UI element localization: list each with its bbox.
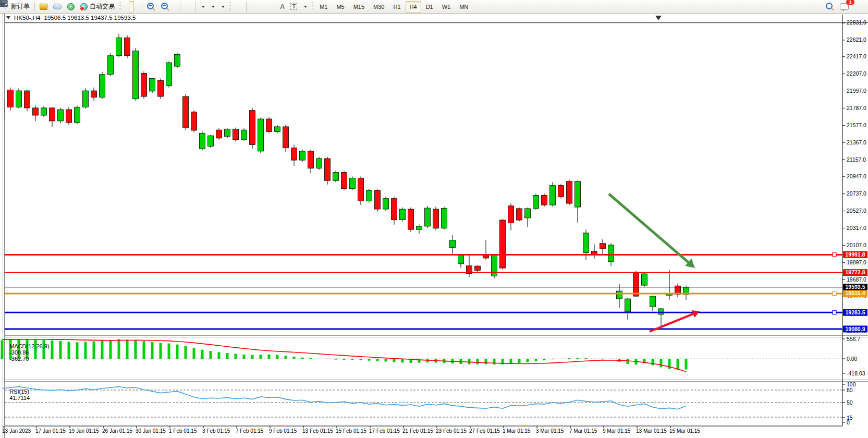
text-button[interactable]: A: [277, 1, 287, 13]
crosshair-button[interactable]: [239, 1, 244, 13]
svg-text:30 Jan 01:15: 30 Jan 01:15: [136, 428, 166, 434]
svg-text:19991.8: 19991.8: [846, 251, 865, 258]
cursor-button[interactable]: [233, 1, 238, 13]
toolbar-grip: [312, 2, 313, 11]
svg-text:21367.0: 21367.0: [847, 139, 866, 145]
timeframe-group: M1M5M15M30H1H4D1W1MN: [315, 1, 472, 13]
svg-text:19515.4: 19515.4: [846, 290, 865, 296]
svg-text:80: 80: [847, 387, 853, 393]
channel-button[interactable]: E: [266, 1, 271, 13]
rsi-name: RSI(15): [9, 388, 29, 395]
timeframe-M5[interactable]: M5: [332, 1, 348, 13]
terminal-button[interactable]: [65, 1, 77, 13]
svg-text:556.7: 556.7: [847, 336, 860, 342]
toolbar-grip: [229, 2, 231, 11]
timeframe-H1[interactable]: H1: [389, 1, 405, 13]
notifications-button[interactable]: 1: [837, 1, 851, 13]
timeframe-M30[interactable]: M30: [369, 1, 388, 13]
autotrading-label: 自动交易: [90, 2, 115, 11]
templates-button[interactable]: [218, 1, 227, 13]
horizontal-line-button[interactable]: [254, 1, 260, 13]
svg-text:20947.0: 20947.0: [847, 173, 866, 179]
svg-text:17 Jan 01:15: 17 Jan 01:15: [35, 428, 66, 434]
timeframe-D1[interactable]: D1: [422, 1, 437, 13]
new-order-label: 新订单: [11, 2, 30, 11]
chart-ohlc-values: 19506.5 19613.5 19437.5 19593.5: [44, 15, 136, 21]
svg-text:22621.0: 22621.0: [847, 36, 866, 43]
periods-button[interactable]: [208, 1, 217, 13]
svg-text:50: 50: [847, 399, 853, 406]
timeframe-H4[interactable]: H4: [406, 1, 421, 13]
chart-title-bar: HK50-,H4 19506.5 19613.5 19437.5 19593.5: [6, 15, 136, 21]
svg-text:17 Feb 01:15: 17 Feb 01:15: [369, 428, 400, 434]
indicators-button[interactable]: [198, 1, 207, 13]
trendline-button[interactable]: [260, 1, 265, 13]
shapes-button[interactable]: [300, 1, 310, 13]
one-click-trading-arrow-icon[interactable]: [6, 16, 10, 19]
svg-text:19687.0: 19687.0: [847, 276, 866, 283]
svg-text:0: 0: [847, 419, 850, 425]
autotrading-button[interactable]: 自动交易: [78, 1, 117, 13]
svg-text:1 Mar 01:15: 1 Mar 01:15: [503, 428, 531, 434]
svg-text:3 Mar 01:15: 3 Mar 01:15: [536, 428, 564, 434]
autoscroll-button[interactable]: [182, 1, 188, 13]
notification-badge: 1: [846, 0, 854, 5]
svg-text:27 Feb 01:15: 27 Feb 01:15: [469, 428, 500, 434]
svg-text:19283.5: 19283.5: [846, 309, 865, 315]
svg-text:21577.0: 21577.0: [847, 122, 866, 128]
svg-text:7 Mar 01:15: 7 Mar 01:15: [569, 428, 597, 434]
svg-text:22207.0: 22207.0: [847, 70, 866, 77]
macd-main-value: -300.86: [9, 349, 29, 356]
svg-text:20107.0: 20107.0: [847, 242, 866, 248]
text-tool-icon: A: [280, 3, 285, 10]
chart-line-button[interactable]: [135, 1, 140, 13]
zoom-out-icon: [161, 3, 168, 9]
separator: [246, 2, 247, 11]
chart-bars-button[interactable]: [123, 1, 128, 13]
shapes-arrows-icon: [0, 0, 7, 7]
chart-canvas[interactable]: 22831.022621.022417.022207.021997.021787…: [0, 0, 868, 438]
label-tool-icon: T: [290, 3, 297, 10]
svg-text:13 Mar 01:15: 13 Mar 01:15: [636, 428, 667, 434]
svg-text:0.00: 0.00: [847, 356, 858, 362]
svg-text:23 Feb 01:15: 23 Feb 01:15: [436, 428, 467, 434]
navigator-button[interactable]: [51, 1, 64, 13]
toolbar-grip: [119, 2, 121, 11]
chart-candles-button[interactable]: [129, 1, 134, 13]
separator: [180, 2, 180, 11]
zoom-in-icon: [147, 3, 154, 9]
svg-text:20317.0: 20317.0: [847, 225, 866, 231]
market-watch-icon: [40, 4, 47, 10]
search-icon: [826, 3, 833, 9]
svg-text:22417.0: 22417.0: [847, 53, 866, 59]
macd-name: MACD(12,26,9): [9, 343, 49, 349]
svg-text:7 Feb 01:15: 7 Feb 01:15: [236, 428, 264, 434]
vertical-line-button[interactable]: [249, 1, 254, 13]
timeframe-M15[interactable]: M15: [349, 1, 369, 13]
zoom-out-button[interactable]: [158, 1, 172, 13]
svg-text:13 Feb 01:15: 13 Feb 01:15: [302, 428, 333, 434]
svg-text:3 Feb 01:15: 3 Feb 01:15: [202, 428, 230, 434]
svg-text:13 Jan 2023: 13 Jan 2023: [2, 428, 31, 434]
fibonacci-button[interactable]: F: [272, 1, 277, 13]
timeframe-MN[interactable]: MN: [455, 1, 472, 13]
separator: [195, 2, 196, 11]
svg-text:21997.0: 21997.0: [847, 88, 866, 94]
tile-windows-button[interactable]: [173, 1, 178, 13]
svg-text:15 Mar 01:15: 15 Mar 01:15: [669, 428, 700, 434]
macd-signal-value: -362.70: [9, 356, 29, 362]
svg-text:19897.0: 19897.0: [847, 259, 866, 265]
rsi-indicator-label: RSI(15) 41.7114: [6, 382, 30, 401]
search-button[interactable]: [823, 1, 837, 13]
label-button[interactable]: T: [288, 1, 300, 13]
new-order-button[interactable]: 新订单: [8, 1, 32, 13]
zoom-in-button[interactable]: [144, 1, 158, 13]
timeframe-M1[interactable]: M1: [315, 1, 332, 13]
chart-shift-button[interactable]: [188, 1, 193, 13]
main-toolbar: 新订单 自动交易: [0, 0, 868, 14]
autotrading-icon: [80, 3, 88, 10]
svg-text:1 Feb 01:15: 1 Feb 01:15: [169, 428, 197, 434]
svg-text:20527.0: 20527.0: [847, 208, 866, 214]
timeframe-W1[interactable]: W1: [438, 1, 455, 13]
market-watch-button[interactable]: [37, 1, 50, 13]
